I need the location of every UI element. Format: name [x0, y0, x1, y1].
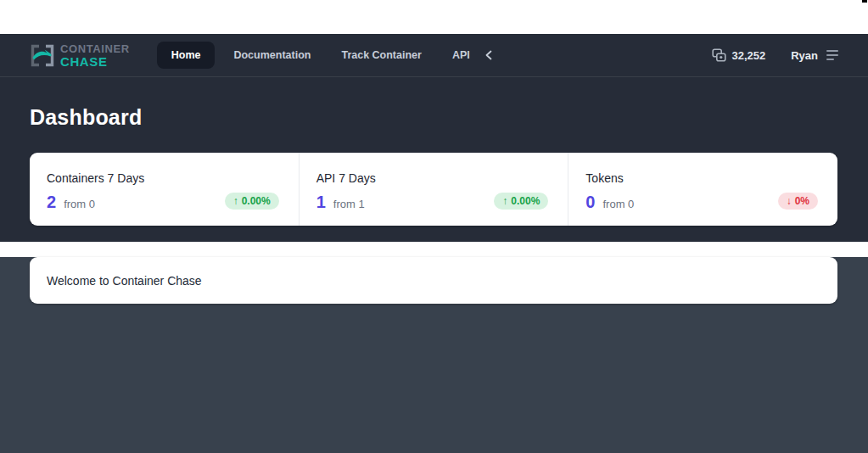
main-content: Welcome to Container Chase: [0, 257, 868, 453]
welcome-message: Welcome to Container Chase: [47, 274, 202, 288]
stat-value: 1: [316, 193, 326, 212]
stat-trend-value: 0.00%: [242, 195, 271, 207]
arrow-up-icon: ↑: [502, 195, 507, 207]
stat-card-containers-7-days: Containers 7 Days 2 from 0 ↑ 0.00%: [30, 153, 299, 226]
stat-value: 2: [47, 193, 56, 212]
stat-trend-value: 0%: [795, 195, 809, 207]
page-title: Dashboard: [0, 77, 868, 131]
nav-item-documentation[interactable]: Documentation: [221, 42, 322, 68]
nav-item-api[interactable]: API: [440, 42, 475, 68]
container-chase-rabbit-icon: [30, 43, 55, 68]
stats-strip: Containers 7 Days 2 from 0 ↑ 0.00% API 7…: [30, 153, 837, 226]
header-section: Dashboard Containers 7 Days 2 from 0 ↑ 0…: [0, 77, 868, 242]
stat-trend-badge: ↑ 0.00%: [494, 193, 548, 210]
nav-item-track-container[interactable]: Track Container: [329, 42, 433, 68]
stat-title: Tokens: [585, 171, 837, 185]
stat-subtext: from 0: [602, 198, 634, 210]
stat-trend-badge: ↓ 0%: [778, 193, 818, 210]
welcome-card: Welcome to Container Chase: [30, 257, 837, 304]
stat-subtext: from 0: [64, 198, 95, 210]
nav-items: Home Documentation Track Container API: [157, 42, 494, 69]
navbar-right: 32,252 Ryan: [712, 48, 838, 62]
stat-trend-badge: ↑ 0.00%: [225, 193, 279, 210]
hamburger-menu-icon[interactable]: [826, 50, 838, 60]
stat-card-api-7-days: API 7 Days 1 from 1 ↑ 0.00%: [299, 153, 568, 226]
stat-title: API 7 Days: [316, 171, 568, 185]
arrow-down-icon: ↓: [787, 195, 792, 207]
brand-logo[interactable]: CONTAINER CHASE: [30, 43, 130, 68]
brand-name-line2: CHASE: [60, 55, 130, 68]
tokens-icon: [712, 48, 726, 62]
top-white-strip: [0, 0, 868, 34]
brand-name-line1: CONTAINER: [60, 43, 130, 54]
stat-card-tokens: Tokens 0 from 0 ↓ 0%: [568, 153, 837, 226]
stat-value: 0: [585, 193, 595, 212]
screen-corner-artifact: [862, 0, 867, 3]
stat-title: Containers 7 Days: [47, 171, 299, 185]
navbar: CONTAINER CHASE Home Documentation Track…: [0, 34, 868, 77]
token-count: 32,252: [731, 49, 765, 62]
chevron-left-icon[interactable]: [484, 49, 494, 61]
arrow-up-icon: ↑: [233, 195, 238, 207]
nav-item-home[interactable]: Home: [157, 42, 216, 69]
user-name[interactable]: Ryan: [791, 49, 818, 62]
stat-subtext: from 1: [333, 198, 365, 210]
stat-trend-value: 0.00%: [511, 195, 540, 207]
token-balance[interactable]: 32,252: [712, 48, 765, 62]
